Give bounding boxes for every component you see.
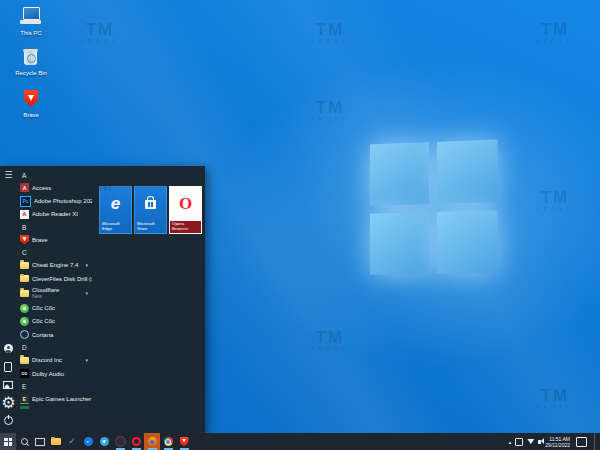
menu-icon[interactable]: ☰ bbox=[4, 171, 12, 180]
task-view-button[interactable] bbox=[32, 433, 48, 450]
power-icon[interactable] bbox=[3, 415, 14, 426]
check-app-button[interactable]: ✓ bbox=[64, 433, 80, 450]
app-list-item-disk-drill[interactable]: CleverFiles Disk Drill (x64) ▾ bbox=[17, 272, 92, 285]
tray-time: 11:51 AM bbox=[545, 436, 570, 442]
volume-icon[interactable] bbox=[538, 440, 541, 444]
network-icon[interactable] bbox=[527, 439, 534, 444]
tile-label: Microsoft Edge bbox=[100, 221, 131, 233]
app-label: Discord Inc bbox=[32, 357, 62, 363]
app-list-item-dolby-audio[interactable]: DD Dolby Audio bbox=[17, 367, 92, 380]
start-button[interactable] bbox=[0, 433, 16, 450]
app-label: CleverFiles Disk Drill (x64) bbox=[32, 276, 92, 282]
search-button[interactable] bbox=[16, 433, 32, 450]
desktop-icon-label: Recycle Bin bbox=[4, 70, 58, 76]
show-desktop-button[interactable] bbox=[594, 433, 597, 450]
user-icon[interactable] bbox=[3, 343, 14, 354]
pictures-icon[interactable] bbox=[3, 379, 14, 390]
desktop-icon-recycle-bin[interactable]: Recycle Bin bbox=[4, 46, 58, 76]
windows-logo-pane bbox=[370, 212, 429, 275]
windows-logo-pane bbox=[437, 140, 497, 204]
system-tray: ▴ 11:51 AM 29/11/2022 bbox=[509, 433, 600, 450]
chevron-down-icon[interactable]: ▾ bbox=[85, 290, 88, 296]
brave-icon bbox=[19, 88, 43, 110]
app-section-header[interactable]: C bbox=[17, 247, 92, 259]
opera-app-button[interactable] bbox=[128, 433, 144, 450]
store-icon bbox=[145, 200, 156, 209]
photoshop-icon: Ps bbox=[20, 196, 31, 207]
telegram-app-button[interactable] bbox=[96, 433, 112, 450]
app-list-item-discord[interactable]: Discord Inc ▾ bbox=[17, 354, 92, 367]
tile-microsoft-edge[interactable]: e Microsoft Edge bbox=[99, 186, 132, 234]
action-center-icon[interactable] bbox=[576, 437, 587, 447]
app-label: Adobe Reader XI bbox=[32, 211, 78, 217]
firefox-app-button[interactable] bbox=[144, 433, 160, 450]
chevron-down-icon[interactable]: ▾ bbox=[85, 357, 88, 363]
app-list-item-access[interactable]: A Access bbox=[17, 181, 92, 194]
app-label: Cốc Cốc bbox=[32, 305, 55, 311]
tray-date: 29/11/2022 bbox=[545, 442, 570, 448]
app-section-header[interactable]: E bbox=[17, 380, 92, 392]
app-label: Dolby Audio bbox=[32, 371, 64, 377]
chevron-down-icon[interactable]: ▾ bbox=[85, 262, 88, 268]
tile-microsoft-store[interactable]: Microsoft Store bbox=[134, 186, 167, 234]
chrome-app-icon bbox=[164, 437, 173, 446]
dark-browser-app-button[interactable] bbox=[112, 433, 128, 450]
app-section-header[interactable]: B bbox=[17, 221, 92, 233]
app-section-header[interactable]: D bbox=[17, 342, 92, 354]
windows-logo-pane bbox=[437, 210, 497, 274]
start-app-list: A A Access Ps Adobe Photoshop 2022 A Ado… bbox=[17, 166, 92, 433]
documents-icon[interactable] bbox=[3, 361, 14, 372]
messenger-app-button[interactable] bbox=[80, 433, 96, 450]
app-label: Cốc Cốc bbox=[32, 318, 55, 324]
app-list-item-adobe-reader[interactable]: A Adobe Reader XI bbox=[17, 208, 92, 221]
opera-icon: O bbox=[179, 196, 192, 212]
cortana-icon bbox=[20, 330, 29, 339]
app-list-item-cortana[interactable]: Cortana bbox=[17, 328, 92, 341]
coccoc-icon bbox=[20, 304, 29, 313]
app-list-item-cheat-engine[interactable]: Cheat Engine 7.4 ▾ bbox=[17, 259, 92, 272]
brave-app-icon bbox=[180, 437, 189, 447]
taskbar: ✓ ▴ 11:51 AM 29/11/2022 bbox=[0, 433, 600, 450]
telegram-app-icon bbox=[100, 437, 109, 446]
check-app-icon: ✓ bbox=[68, 437, 76, 446]
windows-desktop: This PC Recycle Bin Brave ☰ ⚙ A A Access… bbox=[0, 0, 600, 450]
start-menu: ☰ ⚙ A A Access Ps Adobe Photoshop 2022 A… bbox=[0, 166, 205, 433]
app-list-item-cloudflare[interactable]: Cloudflare New ▾ bbox=[17, 285, 92, 301]
windows-logo bbox=[370, 140, 498, 275]
recycle-bin-icon bbox=[19, 46, 43, 68]
chrome-app-button[interactable] bbox=[160, 433, 176, 450]
partial-app-icon bbox=[20, 406, 29, 409]
app-list-item-epic-games[interactable]: E Epic Games Launcher bbox=[17, 392, 92, 405]
tablet-app-icon[interactable] bbox=[515, 438, 523, 446]
hidden-icons-chevron-icon[interactable]: ▴ bbox=[509, 439, 512, 445]
app-label: Cortana bbox=[32, 332, 53, 338]
app-list-item-coccoc-2[interactable]: Cốc Cốc bbox=[17, 315, 92, 328]
app-section-header[interactable]: A bbox=[17, 169, 92, 181]
settings-icon[interactable]: ⚙ bbox=[3, 397, 14, 408]
app-label: Epic Games Launcher bbox=[32, 396, 91, 402]
app-label: Brave bbox=[32, 237, 48, 243]
coccoc-icon bbox=[20, 317, 29, 326]
app-list-item-coccoc-1[interactable]: Cốc Cốc bbox=[17, 301, 92, 314]
messenger-app-icon bbox=[84, 437, 93, 446]
clock[interactable]: 11:51 AM 29/11/2022 bbox=[545, 436, 570, 448]
dolby-icon: DD bbox=[20, 369, 29, 378]
start-tiles-area: e Microsoft Edge Microsoft Store O Opera… bbox=[92, 166, 205, 433]
windows-logo-icon bbox=[4, 438, 12, 446]
folder-icon bbox=[20, 275, 29, 282]
folder-icon bbox=[20, 357, 29, 364]
desktop-icon-label: This PC bbox=[4, 30, 58, 36]
desktop-icon-brave[interactable]: Brave bbox=[4, 88, 58, 118]
desktop-icon-this-pc[interactable]: This PC bbox=[4, 6, 58, 36]
app-list-item-partial[interactable] bbox=[17, 406, 92, 410]
access-icon: A bbox=[20, 183, 29, 192]
file-explorer-button[interactable] bbox=[48, 433, 64, 450]
app-list-item-photoshop[interactable]: Ps Adobe Photoshop 2022 bbox=[17, 194, 92, 207]
opera-app-icon bbox=[132, 437, 141, 446]
app-list-item-brave[interactable]: Brave bbox=[17, 233, 92, 246]
brave-app-button[interactable] bbox=[176, 433, 192, 450]
brave-icon bbox=[20, 235, 29, 244]
edge-icon: e bbox=[111, 196, 120, 212]
tile-opera-browser[interactable]: O Opera Browser bbox=[169, 186, 202, 234]
windows-logo-pane bbox=[370, 142, 429, 206]
